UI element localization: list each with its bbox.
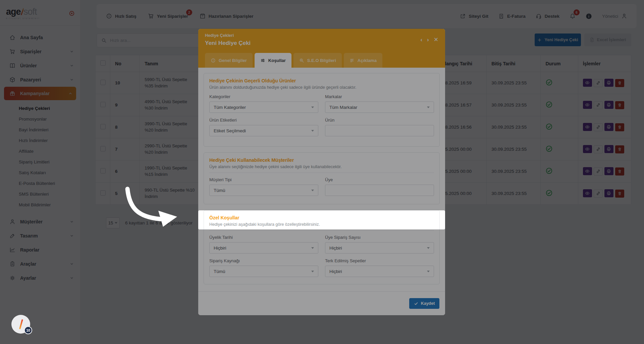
chat-badge: 10 [24,326,32,334]
modal-header: Hediye Çekleri Yeni Hediye Çeki ‹ › ✕ Ge… [198,29,445,68]
field-label: Üyelik Tarihi [209,235,318,240]
chevron-down-icon [427,247,430,249]
text-lines-icon [350,58,355,63]
info-circle-icon [211,58,216,63]
chevron-down-icon [311,247,314,249]
modal-body: Hediye Çekinin Geçerli Olduğu Ürünler Ür… [198,68,445,287]
field-label: Terk Edilmiş Sepetler [325,258,434,263]
chevron-down-icon [311,271,314,272]
section-desc: Ürün alanını doldurduğunuzda hediye çeki… [209,85,434,90]
modal-title: Yeni Hediye Çeki [205,40,438,47]
modal-prev-button[interactable]: ‹ [420,37,422,43]
chevron-down-icon [311,190,314,191]
modal-breadcrumb: Hediye Çekleri [205,33,438,38]
modal-next-button[interactable]: › [427,37,429,43]
chevron-down-icon [311,107,314,108]
field-label: Ürün Etiketleri [209,118,318,123]
field-label: Kategoriler [209,94,318,99]
siparis-kaynagi-select[interactable]: Tümü [209,266,318,277]
check-icon [414,301,418,306]
section-title: Özel Koşullar [209,215,434,220]
tab-kosullar[interactable]: Koşullar [255,53,291,68]
field-label: Üye Sipariş Sayısı [325,235,434,240]
tab-genel-bilgiler[interactable]: Genel Bilgiler [205,53,253,68]
tab-aciklama[interactable]: Açıklama [344,53,382,68]
sliders-icon [260,58,265,63]
field-label: Ürün [325,118,434,123]
section-valid-products: Hediye Çekinin Geçerli Olduğu Ürünler Ür… [204,73,440,147]
chevron-down-icon [427,107,430,108]
uye-input[interactable] [325,185,434,196]
section-desc: Üye alanını seçtiğinizde hediye çekini s… [209,164,434,169]
field-label: Sipariş Kaynağı [209,258,318,263]
chevron-down-icon [427,271,430,272]
modal-footer: Kaydet [198,291,445,315]
tab-seo-bilgileri[interactable]: S.E.O Bilgileri [293,53,342,68]
seo-search-icon [299,58,304,63]
chat-widget-button[interactable]: 10 [11,315,30,334]
brand-slash-icon [16,319,25,329]
chevron-down-icon [311,130,314,132]
uyelik-tarihi-select[interactable]: Hiçbiri [209,242,318,254]
urun-input[interactable] [325,125,434,136]
section-special-conditions: Özel Koşullar Hediye çekinizi aşağıdaki … [204,210,440,284]
markalar-select[interactable]: Tüm Markalar [325,101,434,113]
section-title: Hediye Çekinin Geçerli Olduğu Ürünler [209,78,434,83]
kategoriler-select[interactable]: Tüm Kategoriler [209,101,318,113]
field-label: Markalar [325,94,434,99]
terk-edilmis-sepetler-select[interactable]: Hiçbiri [325,266,434,277]
section-eligible-customers: Hediye Çeki Kullanabilecek Müşteriler Üy… [204,152,440,204]
section-desc: Hediye çekinizi aşağıdaki koşullara göre… [209,222,434,227]
modal-close-button[interactable]: ✕ [434,37,438,43]
field-label: Müşteri Tipi [209,177,318,182]
musteri-tipi-select[interactable]: Tümü [209,185,318,196]
section-title: Hediye Çeki Kullanabilecek Müşteriler [209,157,434,163]
modal-tabs: Genel Bilgiler Koşullar S.E.O Bilgileri … [205,53,382,68]
save-button[interactable]: Kaydet [409,298,439,309]
urun-etiketleri-select[interactable]: Etiket Seçilmedi [209,125,318,136]
field-label: Üye [325,177,434,182]
uye-siparis-sayisi-select[interactable]: Hiçbiri [325,242,434,254]
new-voucher-modal: Hediye Çekleri Yeni Hediye Çeki ‹ › ✕ Ge… [198,29,445,315]
